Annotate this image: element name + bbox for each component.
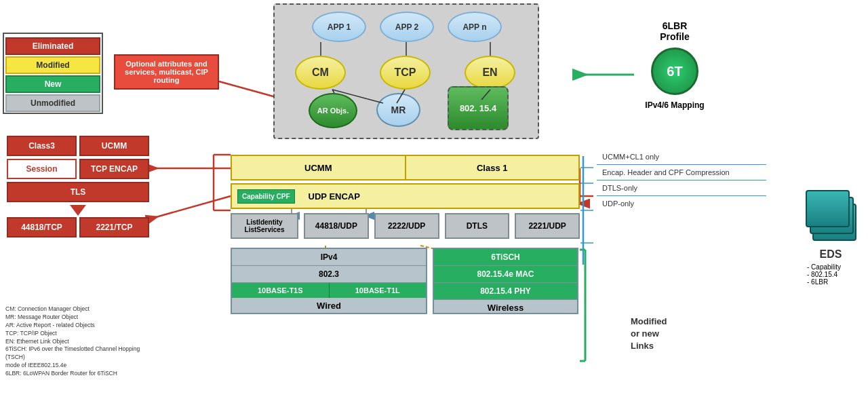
port-44818-udp: 44818/UDP [304, 213, 369, 239]
wireless-column: 6TiSCH 802.15.4e MAC 802.15.4 PHY Wirele… [433, 248, 578, 314]
ucmm-cell: UCMM [232, 156, 406, 179]
802154e-mac: 802.15.4e MAC [434, 266, 577, 283]
eds-item-1: - 802.15.4 [807, 271, 861, 278]
note-ar: AR: Active Report - related Objects [5, 322, 141, 330]
wired-column: IPv4 802.3 10BASE-T1S 10BASE-T1L Wired [231, 248, 427, 314]
class1-cell: Class 1 [406, 156, 579, 179]
legend-unmodified: Unmodified [5, 94, 100, 112]
right-item-3: UDP-only [597, 196, 766, 211]
eds-section: EDS - Capability - 802.15.4 - 6LBR [800, 190, 861, 286]
note-en: EN: Ethernet Link Object [5, 338, 141, 346]
ipv4-layer: IPv4 [232, 249, 426, 266]
cm-oval: CM [295, 56, 346, 90]
ports-row: ListIdentity ListServices 44818/UDP 2222… [231, 210, 580, 241]
legend: Eliminated Modified New Unmodified [5, 37, 100, 113]
left-protocol-stack: Class3 UCMM Session TCP ENCAP TLS 44818/… [7, 136, 149, 240]
ucmm-stack-box: UCMM [79, 136, 149, 156]
tcp-encap-col: TCP ENCAP [79, 159, 149, 179]
eds-card-1 [806, 190, 850, 227]
ucmm-class1-row: UCMM Class 1 [231, 155, 580, 180]
wireless-label: Wireless [434, 303, 577, 313]
notes-section: CM: Connection Manager Object MR: Messag… [5, 305, 141, 378]
dtls-box: DTLS [445, 213, 510, 239]
profile-section: 6LBR Profile 6T IPv4/6 Mapping [624, 20, 726, 110]
lower-network-section: IPv4 802.3 10BASE-T1S 10BASE-T1L Wired 6… [231, 248, 583, 314]
10base-t1l: 10BASE-T1L [330, 283, 427, 298]
class3-box: Class3 [7, 136, 77, 156]
port-2222-udp: 2222/UDP [374, 213, 439, 239]
eds-item-0: - Capability [807, 263, 861, 271]
net-802154-oval: 802. 15.4 [448, 86, 509, 130]
right-item-2: DTLS-only [597, 180, 766, 196]
802154-phy: 802.15.4 PHY [434, 283, 577, 300]
app2-oval: APP 2 [380, 12, 434, 42]
mod-links-label: Modified or new Links [631, 316, 719, 353]
right-item-0: UCMM+CL1 only [597, 149, 766, 165]
ar-oval: AR Objs. [309, 93, 357, 128]
stack-row-top: Class3 UCMM [7, 136, 149, 156]
tcp-encap-box: TCP ENCAP [79, 159, 149, 179]
eds-item-2: - 6LBR [807, 278, 861, 286]
note-mr: MR: Message Router Object [5, 314, 141, 322]
note-6lbr: 6LBR: 6LoWPAN Border Router for 6TiSCH [5, 370, 141, 378]
stack-row-tls: TLS [7, 182, 149, 202]
eds-items: - Capability - 802.15.4 - 6LBR [800, 263, 861, 286]
list-services-box: ListIdentity ListServices [231, 213, 298, 239]
ethernet-layer: 802.3 [232, 266, 426, 283]
note-cm: CM: Connection Manager Object [5, 305, 141, 314]
port-2221-box: 2221/TCP [79, 217, 149, 238]
mr-oval: MR [376, 93, 420, 127]
right-info-section: UCMM+CL1 only Encap. Header and CPF Comp… [597, 149, 766, 211]
svg-line-2 [156, 196, 231, 217]
stack-row-mid: Session TCP ENCAP [7, 159, 149, 179]
port-2221-udp: 2221/UDP [515, 213, 580, 239]
right-item-1: Encap. Header and CPF Compression [597, 165, 766, 180]
stack-row-bottom: 44818/TCP 2221/TCP [7, 217, 149, 238]
session-col: Session [7, 159, 77, 179]
wired-label: Wired [232, 301, 426, 311]
profile-title: 6LBR Profile [624, 20, 726, 42]
eds-stack [806, 190, 856, 244]
legend-eliminated: Eliminated [5, 37, 100, 55]
app1-oval: APP 1 [312, 12, 366, 42]
app-layer-box: APP 1 APP 2 APP n CM TCP EN AR Objs. MR … [273, 3, 539, 139]
network-columns: IPv4 802.3 10BASE-T1S 10BASE-T1L Wired 6… [231, 248, 583, 314]
tls-box: TLS [7, 182, 149, 202]
encap-row: Capability CPF UDP ENCAP [231, 183, 580, 209]
port-44818-box: 44818/TCP [7, 217, 77, 238]
appn-oval: APP n [448, 12, 502, 42]
6tisch-layer: 6TiSCH [434, 249, 577, 266]
circle-6t: 6T [651, 48, 698, 95]
cap-cpf-box: Capability CPF [237, 189, 295, 204]
legend-modified: Modified [5, 56, 100, 74]
ipv46-label: IPv4/6 Mapping [624, 100, 726, 110]
note-6tisch-2: mode of IEEE802.15.4e [5, 362, 141, 370]
eds-label: EDS [800, 248, 861, 261]
note-6tisch: 6TiSCH: IPv6 over the Timeslotted Channe… [5, 345, 141, 362]
en-oval: EN [465, 56, 515, 90]
legend-new: New [5, 75, 100, 93]
udp-encap-label: UDP ENCAP [309, 191, 360, 202]
10base-t1s: 10BASE-T1S [232, 283, 330, 298]
optional-attributes-box: Optional attributes and services, multic… [114, 54, 219, 90]
session-box: Session [7, 159, 77, 179]
tcp-oval: TCP [380, 56, 431, 90]
arrow-down [70, 205, 86, 216]
base-t-row: 10BASE-T1S 10BASE-T1L [232, 283, 426, 298]
note-tcp: TCP: TCP/IP Object [5, 330, 141, 338]
